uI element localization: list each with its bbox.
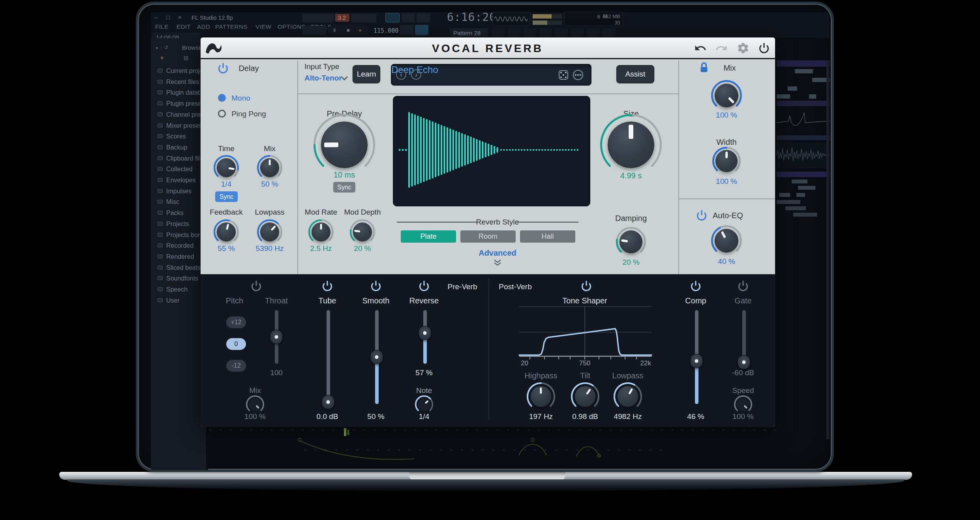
fl-toolbar-button[interactable] [507, 28, 521, 37]
delay-power-icon[interactable] [217, 62, 229, 76]
fl-browser-item[interactable]: Sliced beats [155, 264, 206, 273]
plugin-power-icon[interactable] [758, 42, 770, 56]
fl-maximize-button[interactable]: □ [166, 14, 170, 21]
damping-knob[interactable] [616, 226, 646, 257]
fl-browser-item[interactable]: Rendered [155, 253, 206, 262]
randomize-dice-icon[interactable] [559, 70, 568, 80]
fl-browser-item[interactable]: Plugin presets [155, 99, 206, 109]
fl-browser-item[interactable]: Collected [155, 165, 206, 174]
undo-icon[interactable] [694, 42, 707, 54]
fl-menu-options[interactable]: OPTIONS [278, 23, 306, 30]
smooth-slider[interactable] [369, 305, 385, 410]
fl-browser-item[interactable]: Channel presets [155, 110, 206, 120]
fl-browser-item[interactable]: Recent files [155, 78, 206, 87]
fl-close-button[interactable]: × [178, 14, 182, 21]
reverse-power-icon[interactable] [418, 280, 430, 294]
mono-radio[interactable] [218, 94, 226, 102]
tone-shaper-power-icon[interactable] [580, 280, 593, 294]
mix-knob[interactable] [711, 80, 742, 111]
advanced-link[interactable]: Advanced [479, 249, 516, 258]
fl-browser-item[interactable]: Packs [155, 209, 206, 218]
style-button-room[interactable]: Room [460, 230, 516, 243]
fl-browser-item[interactable]: User [155, 296, 206, 306]
highpass-knob[interactable] [526, 382, 556, 411]
fl-stop-button[interactable]: ■ [347, 27, 350, 33]
pitch-button-+12[interactable]: +12 [226, 316, 246, 328]
fl-toolbar-button[interactable] [555, 28, 568, 37]
fl-browser-item[interactable]: Recorded [155, 241, 206, 251]
fl-mic-button[interactable] [400, 25, 413, 35]
fl-menu-file[interactable]: FILE [155, 23, 169, 30]
pitch-button--12[interactable]: -12 [226, 360, 246, 372]
fl-toolbar-button[interactable] [523, 28, 537, 37]
size-knob[interactable] [600, 114, 662, 176]
width-knob[interactable] [712, 146, 741, 176]
fl-browser-item[interactable]: Plugin database [155, 88, 206, 98]
fl-toolbar-button[interactable] [602, 28, 616, 37]
style-button-hall[interactable]: Hall [520, 230, 575, 243]
fl-browser-item[interactable]: Projects bones [155, 231, 206, 240]
fl-toolbar-button[interactable] [586, 28, 600, 37]
fl-browser-item[interactable]: Impulses [155, 187, 206, 196]
fl-browser-item[interactable]: Current project [155, 67, 206, 76]
tube-slider[interactable] [320, 305, 336, 410]
reverse-slider[interactable] [417, 305, 433, 369]
fl-scrollbar[interactable] [826, 60, 829, 439]
preset-next-icon[interactable]: › [411, 69, 421, 80]
fl-step-edit-button[interactable] [385, 13, 400, 22]
fl-minimize-button[interactable]: – [154, 14, 158, 21]
fl-menu-add[interactable]: ADD [197, 23, 210, 30]
fl-tool-button[interactable] [302, 26, 326, 35]
preset-menu-icon[interactable] [573, 70, 583, 80]
fl-browser-item[interactable]: Clipboard files [155, 154, 206, 164]
tube-power-icon[interactable] [321, 280, 334, 294]
ping-pong-radio[interactable] [218, 110, 226, 118]
fl-menu-view[interactable]: VIEW [255, 23, 271, 30]
feedback-knob[interactable] [213, 219, 239, 245]
note-knob[interactable] [415, 395, 434, 414]
pitch-mix-knob[interactable] [246, 395, 265, 414]
pitch-power-icon[interactable] [250, 280, 263, 294]
fl-browser-item[interactable]: Envelopes [155, 176, 206, 185]
smooth-power-icon[interactable] [370, 280, 382, 294]
redo-icon[interactable] [715, 42, 728, 54]
fl-pause-button[interactable]: Ⅱ [333, 27, 336, 33]
auto-eq-power-icon[interactable] [695, 209, 708, 223]
fl-browser-item[interactable]: Projects [155, 220, 206, 229]
fl-record-button[interactable]: ● [359, 27, 362, 33]
mod-rate-knob[interactable] [308, 219, 334, 245]
fl-toolbar-button[interactable] [539, 28, 552, 37]
lock-icon[interactable] [697, 61, 711, 75]
lowpass-knob[interactable] [613, 382, 642, 411]
fl-toolbar-button[interactable] [571, 28, 584, 37]
preset-prev-icon[interactable]: ‹ [396, 69, 406, 80]
fl-browser-add-icon[interactable]: + [160, 54, 164, 62]
gate-speed-knob[interactable] [734, 395, 753, 414]
pre-delay-sync-button[interactable]: Sync [333, 182, 355, 193]
comp-slider[interactable] [689, 305, 704, 410]
fl-tool-button[interactable] [402, 13, 415, 22]
auto-eq-knob[interactable] [711, 225, 742, 256]
gate-power-icon[interactable] [737, 280, 749, 294]
comp-power-icon[interactable] [689, 280, 702, 294]
mod-depth-knob[interactable] [349, 219, 375, 245]
gate-slider[interactable] [736, 305, 752, 369]
fl-browser-nav-icons[interactable]: ▸ ↑ ↺ [156, 45, 168, 51]
fl-toolbar-button[interactable] [492, 28, 505, 37]
tilt-knob[interactable] [571, 382, 600, 411]
fl-browser-file-icon[interactable]: ▤ [184, 55, 188, 61]
fl-browser-item[interactable]: Misc [155, 198, 206, 207]
fl-browser-item[interactable]: Scores [155, 132, 206, 142]
fl-browser-item[interactable]: Mixer presets [155, 122, 206, 131]
throat-slider[interactable] [268, 305, 284, 369]
advanced-chevrons-icon[interactable] [492, 259, 503, 266]
delay-sync-button[interactable]: Sync [215, 191, 238, 202]
fl-browser-item[interactable]: Speech [155, 285, 206, 295]
pre-delay-knob[interactable] [313, 114, 375, 176]
style-button-plate[interactable]: Plate [401, 230, 456, 243]
learn-button[interactable]: Learn [353, 65, 380, 83]
input-type-dropdown[interactable]: Alto-Tenor [304, 74, 342, 82]
fl-menu-patterns[interactable]: PATTERNS [215, 23, 248, 30]
delay-lowpass-knob[interactable] [257, 219, 283, 245]
fl-browser-item[interactable]: Soundfonts [155, 274, 206, 284]
